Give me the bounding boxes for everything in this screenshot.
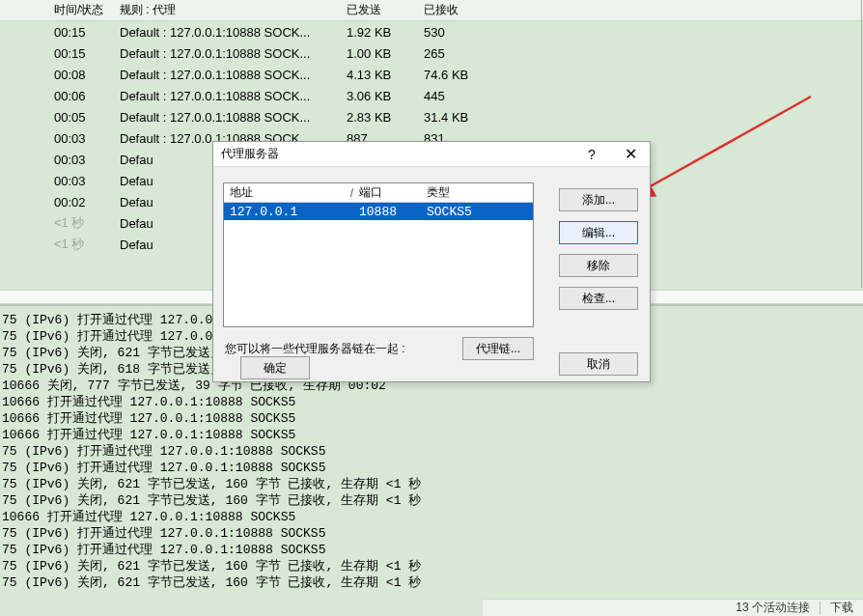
header-time[interactable]: 时间/状态 (0, 2, 116, 18)
header-recv[interactable]: 已接收 (420, 2, 516, 18)
log-line: 75 (IPv6) 打开通过代理 127.0.0.1:10888 SOCKS5 (2, 525, 861, 542)
close-button[interactable]: ✕ (611, 142, 650, 167)
log-line: 75 (IPv6) 关闭, 621 字节已发送, 160 字节 已接收, 生存期… (2, 492, 861, 509)
cell-sent: 3.06 KB (343, 89, 420, 103)
cell-time: <1 秒 (0, 236, 116, 253)
table-row[interactable]: 00:06Default : 127.0.0.1:10888 SOCK...3.… (0, 85, 863, 106)
header-type[interactable]: 类型 (427, 184, 514, 201)
table-row[interactable]: 00:05Default : 127.0.0.1:10888 SOCK...2.… (0, 106, 863, 127)
table-row[interactable]: 00:08Default : 127.0.0.1:10888 SOCK...4.… (0, 64, 863, 85)
status-download-label: 下载 (830, 600, 863, 616)
proxy-chain-button[interactable]: 代理链... (462, 337, 534, 360)
table-header-row: 时间/状态 规则 : 代理 已发送 已接收 (0, 0, 863, 21)
edit-button[interactable]: 编辑... (559, 221, 638, 244)
help-button[interactable]: ? (572, 142, 611, 167)
cell-time: 00:03 (0, 174, 116, 188)
cell-time: 00:03 (0, 153, 116, 167)
log-line: 75 (IPv6) 关闭, 621 字节已发送, 160 字节 已接收, 生存期… (2, 574, 861, 591)
proxy-list[interactable]: 地址 / 端口 类型 127.0.0.1 10888 SOCKS5 (223, 182, 534, 327)
ok-button[interactable]: 确定 (240, 356, 310, 379)
cell-recv: 530 (420, 25, 516, 40)
cell-port: 10888 (359, 205, 427, 219)
cell-sent: 2.83 KB (343, 110, 420, 125)
cell-address: 127.0.0.1 (224, 205, 359, 219)
cell-time: 00:08 (0, 68, 116, 82)
cell-rule: Default : 127.0.0.1:10888 SOCK... (116, 110, 343, 125)
sort-indicator-icon: / (350, 186, 353, 200)
cell-recv: 74.6 KB (420, 68, 516, 82)
log-line: 75 (IPv6) 关闭, 621 字节已发送, 160 字节 已接收, 生存期… (2, 476, 861, 492)
log-line: 75 (IPv6) 打开通过代理 127.0.0.1:10888 SOCKS5 (2, 460, 861, 476)
log-line: 10666 打开通过代理 127.0.0.1:10888 SOCKS5 (2, 394, 861, 410)
column-divider (861, 0, 862, 288)
cell-time: 00:02 (0, 195, 116, 210)
cell-time: 00:15 (0, 46, 116, 61)
cell-rule: Default : 127.0.0.1:10888 SOCK... (116, 89, 343, 103)
cell-recv: 445 (420, 89, 516, 103)
log-line: 10666 打开通过代理 127.0.0.1:10888 SOCKS5 (2, 410, 861, 427)
status-bar: 13 个活动连接 下载 (483, 599, 863, 616)
log-line: 75 (IPv6) 打开通过代理 127.0.0.1:10888 SOCKS5 (2, 542, 861, 558)
cell-type: SOCKS5 (427, 205, 514, 219)
remove-button[interactable]: 移除 (559, 254, 638, 277)
cell-rule: Default : 127.0.0.1:10888 SOCK... (116, 46, 343, 61)
cell-time: <1 秒 (0, 214, 116, 232)
proxy-list-header: 地址 / 端口 类型 (224, 183, 533, 203)
header-sent[interactable]: 已发送 (343, 2, 420, 18)
header-rule[interactable]: 规则 : 代理 (116, 2, 343, 18)
proxy-list-row-selected[interactable]: 127.0.0.1 10888 SOCKS5 (224, 203, 533, 220)
log-line: 10666 打开通过代理 127.0.0.1:10888 SOCKS5 (2, 427, 861, 443)
cell-sent: 1.00 KB (343, 46, 420, 61)
dialog-title-text: 代理服务器 (221, 146, 279, 162)
cell-rule: Default : 127.0.0.1:10888 SOCK... (116, 25, 343, 40)
header-address[interactable]: 地址 / (224, 184, 359, 201)
dialog-titlebar[interactable]: 代理服务器 ? ✕ (213, 142, 650, 167)
log-line: 10666 打开通过代理 127.0.0.1:10888 SOCKS5 (2, 509, 861, 525)
add-button[interactable]: 添加... (559, 188, 638, 211)
log-line: 75 (IPv6) 打开通过代理 127.0.0.1:10888 SOCKS5 (2, 443, 861, 460)
hint-text: 您可以将一些代理服务器链在一起 : (225, 341, 405, 357)
header-port[interactable]: 端口 (359, 184, 427, 201)
proxy-server-dialog: 代理服务器 ? ✕ 地址 / 端口 类型 127.0.0.1 10888 SOC… (212, 141, 651, 382)
cell-rule: Default : 127.0.0.1:10888 SOCK... (116, 68, 343, 82)
log-line: 75 (IPv6) 关闭, 621 字节已发送, 160 字节 已接收, 生存期… (2, 558, 861, 574)
table-row[interactable]: 00:15Default : 127.0.0.1:10888 SOCK...1.… (0, 21, 863, 42)
status-active-connections: 13 个活动连接 (736, 600, 810, 616)
cell-recv: 265 (420, 46, 516, 61)
cell-time: 00:03 (0, 131, 116, 146)
table-row[interactable]: 00:15Default : 127.0.0.1:10888 SOCK...1.… (0, 42, 863, 64)
cell-time: 00:15 (0, 25, 116, 40)
cell-sent: 4.13 KB (343, 68, 420, 82)
cell-recv: 31.4 KB (420, 110, 516, 125)
cell-time: 00:05 (0, 110, 116, 125)
cell-sent: 1.92 KB (343, 25, 420, 40)
cancel-button[interactable]: 取消 (559, 352, 638, 376)
cell-time: 00:06 (0, 89, 116, 103)
check-button[interactable]: 检查... (559, 287, 638, 310)
